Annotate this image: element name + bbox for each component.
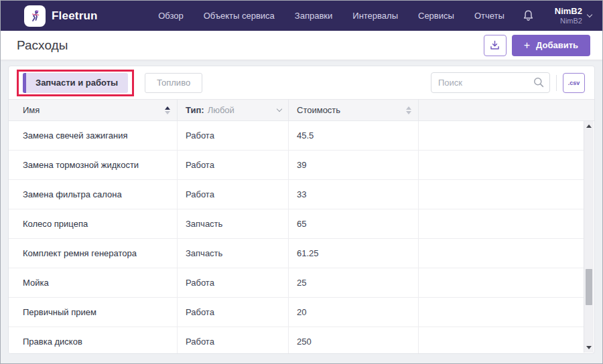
cell-cost: 250	[289, 327, 419, 354]
active-tab-marker	[23, 73, 26, 93]
add-button-label: Добавить	[536, 40, 578, 50]
cell-cost: 25	[289, 268, 419, 297]
search-input[interactable]	[431, 72, 550, 93]
cell-cost: 33	[289, 180, 419, 209]
nav-item[interactable]: Объекты сервиса	[204, 11, 275, 21]
scroll-down-arrow-icon[interactable]	[586, 346, 592, 349]
main-nav: ОбзорОбъекты сервисаЗаправкиИнтервалыСер…	[158, 11, 505, 21]
tab-label: Топливо	[157, 78, 190, 88]
cell-cost: 65	[289, 209, 419, 238]
bell-icon	[522, 9, 535, 22]
cell-empty	[419, 268, 584, 297]
chevron-down-icon	[587, 12, 592, 17]
cell-name: Мойка	[9, 268, 178, 297]
csv-export-button[interactable]: .csv	[563, 73, 585, 93]
cell-type: Работа	[178, 298, 289, 327]
app-header: Fleetrun ОбзорОбъекты сервисаЗаправкиИнт…	[1, 1, 602, 31]
nav-item[interactable]: Сервисы	[418, 11, 454, 21]
table-row[interactable]: Мойка Работа 25	[9, 268, 584, 298]
nav-item[interactable]: Заправки	[295, 11, 332, 21]
sort-asc-icon[interactable]	[165, 106, 170, 114]
user-name: NimB2	[555, 7, 582, 17]
card-toolbar: Запчасти и работы Топливо .csv	[9, 66, 594, 99]
content-area: Запчасти и работы Топливо .csv	[1, 60, 602, 354]
expenses-card: Запчасти и работы Топливо .csv	[8, 66, 595, 354]
search-icon	[533, 77, 544, 88]
cell-cost: 20	[289, 298, 419, 327]
cell-empty	[419, 121, 584, 150]
nav-item[interactable]: Обзор	[158, 11, 184, 21]
cell-name: Первичный прием	[9, 298, 178, 327]
app-logo[interactable]	[24, 5, 46, 27]
column-header-name[interactable]: Имя	[9, 100, 178, 120]
cell-name: Замена тормозной жидкости	[9, 151, 178, 179]
cell-type: Работа	[178, 180, 289, 209]
cell-cost: 61.25	[289, 239, 419, 268]
add-button[interactable]: + Добавить	[512, 35, 590, 56]
table-body: Замена свечей зажигания Работа 45.5 Заме…	[9, 121, 584, 354]
cell-type: Работа	[178, 268, 289, 297]
tab-label: Запчасти и работы	[36, 78, 118, 88]
cell-name: Правка дисков	[9, 327, 178, 354]
cell-type: Работа	[178, 151, 289, 179]
chevron-down-icon	[277, 106, 282, 112]
table-row[interactable]: Замена свечей зажигания Работа 45.5	[9, 121, 584, 151]
cell-empty	[419, 239, 584, 268]
cell-name: Замена свечей зажигания	[9, 121, 178, 150]
column-header-cost[interactable]: Стоимость	[289, 100, 419, 120]
cell-empty	[419, 209, 584, 238]
app-window: Fleetrun ОбзорОбъекты сервисаЗаправкиИнт…	[0, 0, 603, 364]
table-header: Имя Тип: Любой Стоимость	[9, 99, 594, 121]
cell-type: Работа	[178, 327, 289, 354]
runner-icon	[27, 9, 42, 23]
divider	[556, 75, 557, 91]
cell-type: Работа	[178, 121, 289, 150]
scroll-up-arrow-icon[interactable]	[586, 124, 592, 128]
cell-type: Запчасть	[178, 209, 289, 238]
tab-parts-and-works[interactable]: Запчасти и работы	[23, 73, 128, 93]
scrollbar-thumb[interactable]	[586, 269, 592, 305]
table-row[interactable]: Замена тормозной жидкости Работа 39	[9, 151, 584, 180]
type-filter-dropdown[interactable]: Тип: Любой	[178, 100, 289, 120]
user-menu[interactable]: NimB2 NimB2	[555, 7, 592, 25]
sort-icon[interactable]	[406, 106, 411, 114]
table-row[interactable]: Первичный прием Работа 20	[9, 298, 584, 327]
page-title: Расходы	[17, 38, 68, 53]
tab-fuel[interactable]: Топливо	[145, 73, 202, 93]
page-title-bar: Расходы + Добавить	[1, 31, 602, 60]
table-row[interactable]: Колесо прицепа Запчасть 65	[9, 209, 584, 239]
nav-item[interactable]: Отчеты	[474, 11, 505, 21]
download-icon	[489, 39, 500, 51]
column-header-empty	[419, 100, 594, 120]
export-button[interactable]	[484, 35, 507, 56]
table-row[interactable]: Правка дисков Работа 250	[9, 327, 584, 354]
cell-type: Запчасть	[178, 239, 289, 268]
cell-cost: 39	[289, 151, 419, 179]
brand-title: Fleetrun	[52, 9, 98, 23]
cell-empty	[419, 180, 584, 209]
table-row[interactable]: Замена фильтра салона Работа 33	[9, 180, 584, 209]
cell-name: Замена фильтра салона	[9, 180, 178, 209]
table-row[interactable]: Комплект ремня генератора Запчасть 61.25	[9, 239, 584, 268]
plus-icon: +	[524, 40, 530, 51]
cell-cost: 45.5	[289, 121, 419, 150]
notifications-button[interactable]	[522, 9, 535, 22]
cell-empty	[419, 298, 584, 327]
cell-empty	[419, 151, 584, 179]
cell-name: Колесо прицепа	[9, 209, 178, 238]
nav-item[interactable]: Интервалы	[352, 11, 398, 21]
cell-empty	[419, 327, 584, 354]
user-account: NimB2	[555, 17, 582, 25]
cell-name: Комплект ремня генератора	[9, 239, 178, 268]
table-scrollbar[interactable]	[584, 121, 594, 353]
